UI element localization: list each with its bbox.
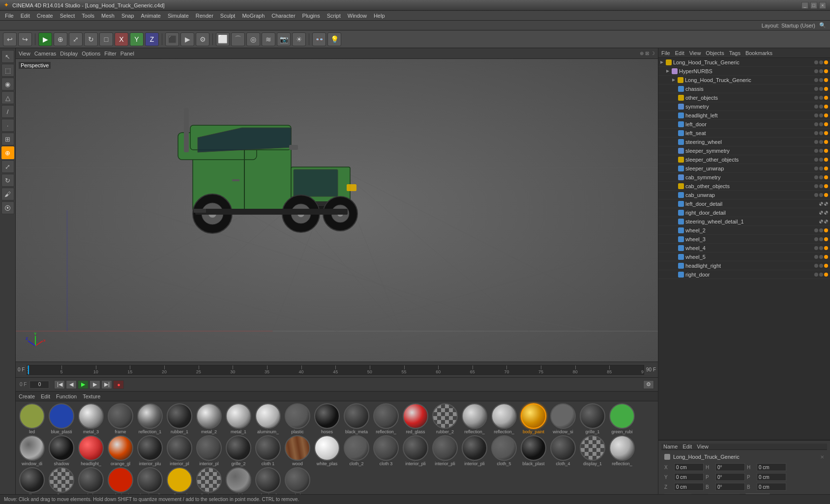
om-dot-visibility[interactable] xyxy=(814,273,818,277)
om-dot-visibility[interactable] xyxy=(814,131,818,135)
material-item-cloth[interactable]: cloth xyxy=(283,467,312,498)
om-dot-render[interactable] xyxy=(819,264,823,268)
om-dot-color[interactable] xyxy=(824,69,828,73)
material-item-interior_pl2[interactable]: interior_pl xyxy=(195,435,223,466)
close-button[interactable]: × xyxy=(819,2,826,9)
om-dot-visibility[interactable] xyxy=(814,264,818,268)
record-button[interactable]: ● xyxy=(113,380,124,389)
om-dot-visibility[interactable] xyxy=(814,122,818,126)
om-item-steering_wheel_detail_1[interactable]: steering_wheel_detail_1 xyxy=(658,217,830,226)
material-item-aluminum_[interactable]: aluminum_ xyxy=(254,403,282,434)
material-item-grille_3[interactable]: grille_3 xyxy=(18,467,46,498)
materials-menu-texture[interactable]: Texture xyxy=(83,393,100,399)
material-item-reflection_r[interactable]: reflection_ xyxy=(608,435,636,466)
om-menu-objects[interactable]: Objects xyxy=(706,50,724,56)
viewport-menu-panel[interactable]: Panel xyxy=(120,51,134,56)
om-dot-render[interactable] xyxy=(819,60,823,64)
om-item-cab_other_objects[interactable]: cab_other_objects xyxy=(658,182,830,191)
om-dot-visibility[interactable] xyxy=(814,228,818,232)
om-dot-visibility[interactable] xyxy=(814,193,818,197)
maximize-button[interactable]: □ xyxy=(810,2,817,9)
rot-b-input[interactable] xyxy=(715,483,745,491)
om-dot-visibility[interactable] xyxy=(814,184,818,188)
search-icon[interactable]: 🔍 xyxy=(819,22,826,28)
size-y-input[interactable] xyxy=(757,473,786,481)
om-dot-render[interactable] xyxy=(819,149,823,153)
om-item-wheel_5[interactable]: wheel_5 xyxy=(658,252,830,261)
redo-button[interactable]: ↪ xyxy=(18,32,32,46)
menubar-item-mograph[interactable]: MoGraph xyxy=(239,12,267,20)
menubar-item-tools[interactable]: Tools xyxy=(79,12,97,20)
om-dot-render[interactable] xyxy=(819,69,823,73)
material-item-display_1[interactable]: display_1 xyxy=(578,435,607,466)
material-item-interior_pl4[interactable]: interior_pli xyxy=(431,435,459,466)
tool-select[interactable]: ↖ xyxy=(1,50,14,63)
om-menu-tags[interactable]: Tags xyxy=(729,50,741,56)
viewport[interactable]: View Cameras Display Options Filter Pane… xyxy=(16,48,658,362)
cube-button[interactable]: ⬜ xyxy=(216,32,230,46)
om-dot-render[interactable] xyxy=(819,228,823,232)
om-dot-color[interactable] xyxy=(824,184,828,188)
om-dot-visibility[interactable] xyxy=(814,175,818,179)
pos-z-input[interactable] xyxy=(674,483,704,491)
rotate-tool-button[interactable]: ↻ xyxy=(84,32,98,46)
material-item-orange_gl[interactable]: orange_gl xyxy=(106,435,135,466)
tool-live-select[interactable]: ◉ xyxy=(1,78,14,90)
vr-button[interactable]: 👓 xyxy=(312,32,326,46)
menubar-item-sculpt[interactable]: Sculpt xyxy=(217,12,238,20)
viewport-menu-filter[interactable]: Filter xyxy=(104,51,116,56)
material-item-reflection_3[interactable]: reflection_ xyxy=(490,403,518,434)
materials-menu-create[interactable]: Create xyxy=(19,393,35,399)
material-item-frame[interactable]: frame xyxy=(106,403,135,434)
lamp-button[interactable]: 💡 xyxy=(327,32,341,46)
menubar-item-create[interactable]: Create xyxy=(34,12,56,20)
object-mode-button[interactable]: □ xyxy=(99,32,113,46)
tool-rotate[interactable]: ↻ xyxy=(1,174,14,187)
om-item-hypernurbs[interactable]: ▶HyperNURBS xyxy=(658,67,830,76)
settings-button[interactable]: ⚙ xyxy=(643,380,654,389)
material-item-blue_plasti[interactable]: blue_plasti xyxy=(47,403,76,434)
om-item-steering_wheel[interactable]: steering_wheel xyxy=(658,138,830,146)
material-item-red_plastic[interactable]: red_plastic xyxy=(106,467,135,498)
om-item-left_door[interactable]: left_door xyxy=(658,120,830,129)
om-dot-render[interactable] xyxy=(819,87,823,91)
viewport-menu-view[interactable]: View xyxy=(19,51,30,56)
om-item-left_door_detail[interactable]: left_door_detail xyxy=(658,199,830,208)
render-settings-button[interactable]: ⚙ xyxy=(196,32,209,46)
y-axis-button[interactable]: Y xyxy=(130,32,144,46)
tool-point[interactable]: · xyxy=(1,119,14,132)
play-button[interactable]: ▶ xyxy=(78,380,89,389)
material-item-interior_pl1[interactable]: interior_pl xyxy=(165,435,194,466)
pos-x-input[interactable] xyxy=(674,463,704,471)
om-dot-render[interactable] xyxy=(819,122,823,126)
material-item-green_rubi[interactable]: green_rubi xyxy=(608,403,636,434)
om-dot-visibility[interactable] xyxy=(814,255,818,259)
size-x-input[interactable] xyxy=(757,463,786,471)
material-item-window_si[interactable]: window_si xyxy=(549,403,577,434)
om-dot-visibility[interactable] xyxy=(814,246,818,250)
menubar-item-render[interactable]: Render xyxy=(193,12,216,20)
om-dot-color[interactable] xyxy=(824,113,828,117)
om-dot-visibility[interactable] xyxy=(814,87,818,91)
om-dot-color[interactable] xyxy=(824,264,828,268)
om-dot-render[interactable] xyxy=(819,113,823,117)
minimize-button[interactable]: _ xyxy=(801,2,808,9)
om-item-sleeper_other_objects[interactable]: sleeper_other_objects xyxy=(658,155,830,164)
x-axis-button[interactable]: X xyxy=(115,32,128,46)
om-item-left_seat[interactable]: left_seat xyxy=(658,129,830,138)
menubar-item-simulate[interactable]: Simulate xyxy=(165,12,192,20)
om-item-long_hood_truck2[interactable]: ▶Long_Hood_Truck_Generic xyxy=(658,76,830,84)
menubar-item-animate[interactable]: Animate xyxy=(138,12,164,20)
material-item-interior_pl3[interactable]: interior_pli xyxy=(401,435,430,466)
menubar-item-character[interactable]: Character xyxy=(268,12,298,20)
material-item-black_plast[interactable]: black_plast xyxy=(519,435,548,466)
last-frame-button[interactable]: ▶| xyxy=(101,380,112,389)
timeline-ruler[interactable]: 051015202530354045505560657075808590 xyxy=(27,365,644,375)
tool-paint[interactable]: 🖌 xyxy=(1,188,14,200)
om-dot-color[interactable] xyxy=(824,149,828,153)
material-item-body_paint[interactable]: body_paint xyxy=(519,403,548,434)
material-item-red_glass[interactable]: red_glass xyxy=(401,403,430,434)
material-item-wheel_rub[interactable]: wheel_rub xyxy=(254,467,282,498)
material-item-yellow_pla[interactable]: yellow_pla xyxy=(165,467,194,498)
om-item-cab_unwrap[interactable]: cab_unwrap xyxy=(658,191,830,199)
